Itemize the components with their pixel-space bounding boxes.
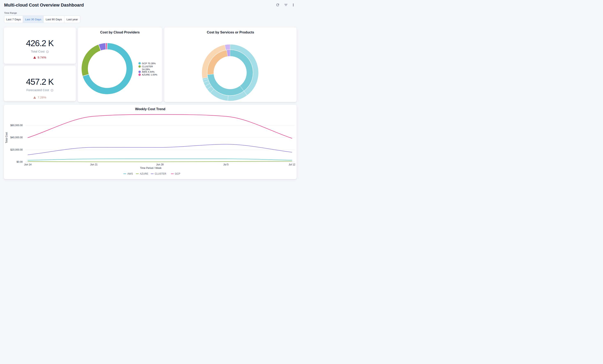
svg-text:AZURE: AZURE xyxy=(140,172,148,175)
svg-text:AWS: AWS xyxy=(127,172,133,175)
svg-text:GCP: GCP xyxy=(175,172,180,175)
svg-text:$20,000.00: $20,000.00 xyxy=(10,148,23,151)
svg-text:AWS 4.44%: AWS 4.44% xyxy=(142,71,155,73)
svg-text:AZURE 1.00%: AZURE 1.00% xyxy=(142,73,157,76)
svg-text:Jun 28: Jun 28 xyxy=(156,163,163,166)
svg-text:Jul 12: Jul 12 xyxy=(289,163,295,166)
svg-text:24.28%: 24.28% xyxy=(142,68,150,70)
svg-text:CLUSTER: CLUSTER xyxy=(155,172,166,175)
svg-text:Total Cost: Total Cost xyxy=(5,132,8,143)
svg-text:$0.00: $0.00 xyxy=(16,160,23,163)
svg-text:GCP 70.28%: GCP 70.28% xyxy=(142,62,156,65)
svg-text:$60,000.00: $60,000.00 xyxy=(10,124,23,127)
svg-text:Jun 21: Jun 21 xyxy=(90,163,98,166)
svg-text:$40,000.00: $40,000.00 xyxy=(10,136,23,139)
svg-text:Jul 5: Jul 5 xyxy=(223,163,229,166)
svg-text:CLUSTER: CLUSTER xyxy=(142,65,153,68)
svg-text:Time Period / Week: Time Period / Week xyxy=(140,167,162,169)
svg-text:Jun 14: Jun 14 xyxy=(24,163,31,166)
